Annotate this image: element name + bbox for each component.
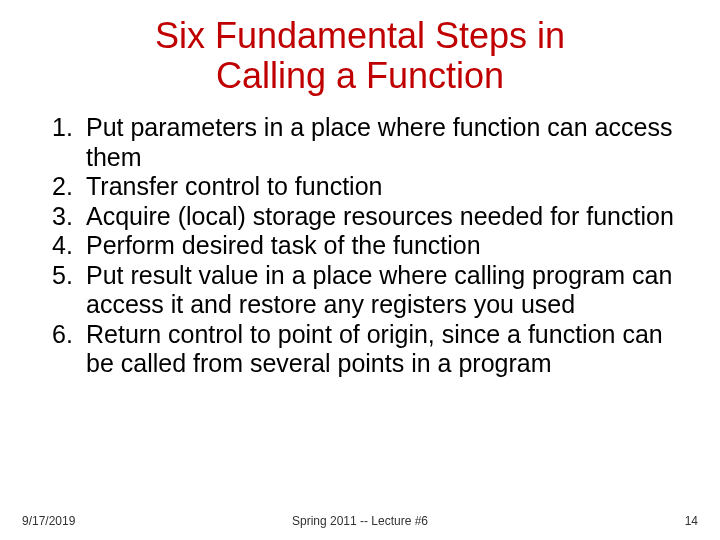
title-line-2: Calling a Function xyxy=(216,55,504,96)
step-text: Perform desired task of the function xyxy=(86,231,481,259)
list-item: Acquire (local) storage resources needed… xyxy=(86,202,692,232)
slide-body: Put parameters in a place where function… xyxy=(0,95,720,379)
step-text: Put result value in a place where callin… xyxy=(86,261,672,319)
step-text: Return control to point of origin, since… xyxy=(86,320,663,378)
list-item: Transfer control to function xyxy=(86,172,692,202)
slide-title: Six Fundamental Steps in Calling a Funct… xyxy=(0,0,720,95)
step-text: Transfer control to function xyxy=(86,172,382,200)
list-item: Put parameters in a place where function… xyxy=(86,113,692,172)
list-item: Return control to point of origin, since… xyxy=(86,320,692,379)
steps-list: Put parameters in a place where function… xyxy=(28,113,692,379)
list-item: Perform desired task of the function xyxy=(86,231,692,261)
list-item: Put result value in a place where callin… xyxy=(86,261,692,320)
footer-center: Spring 2011 -- Lecture #6 xyxy=(0,514,720,528)
step-text: Put parameters in a place where function… xyxy=(86,113,672,171)
step-text: Acquire (local) storage resources needed… xyxy=(86,202,674,230)
title-line-1: Six Fundamental Steps in xyxy=(155,15,565,56)
footer-page-number: 14 xyxy=(685,514,698,528)
slide: Six Fundamental Steps in Calling a Funct… xyxy=(0,0,720,540)
